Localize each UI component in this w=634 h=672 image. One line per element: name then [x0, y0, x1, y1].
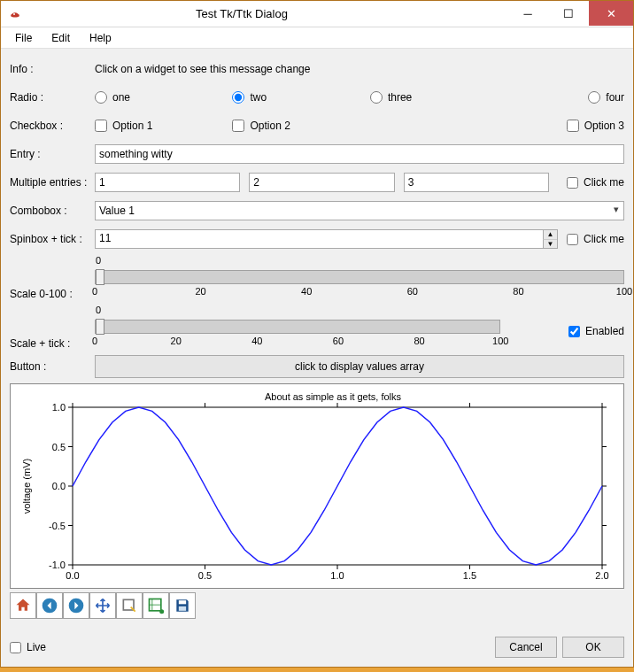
button-label: Button :	[10, 360, 95, 373]
radio-two[interactable]	[232, 91, 244, 104]
menubar: File Edit Help	[1, 27, 633, 49]
scale2-tick-checkbox[interactable]	[568, 326, 580, 337]
titlebar: Test Tk/Ttk Dialog ─ ☐ ✕	[1, 1, 633, 27]
scale2-ticks: 020406080100	[95, 336, 500, 350]
checkbox-row: Checkbox : Option 1 Option 2 Option 3	[10, 114, 624, 137]
scale1-thumb[interactable]	[96, 269, 104, 285]
scale1-slider[interactable]: 0	[95, 270, 624, 284]
radio-two-label: two	[250, 91, 267, 104]
window-title: Test Tk/Ttk Dialog	[0, 7, 507, 20]
svg-text:2.0: 2.0	[595, 570, 608, 581]
scale-tick: 100	[492, 336, 508, 346]
checkbox-group: Option 1 Option 2 Option 3	[95, 120, 624, 132]
spin-up-icon[interactable]: ▲	[543, 230, 557, 240]
multi-entry-1[interactable]	[95, 173, 240, 192]
checkbox-label: Checkbox :	[10, 120, 95, 132]
home-button[interactable]	[10, 592, 36, 619]
scale-tick: 20	[171, 336, 182, 346]
svg-text:-0.5: -0.5	[49, 521, 66, 531]
content-area: Info : Click on a widget to see this mes…	[1, 49, 633, 628]
multi-entry-2[interactable]	[249, 173, 394, 192]
entry-input[interactable]	[95, 144, 624, 164]
svg-text:1.0: 1.0	[330, 570, 344, 581]
info-label: Info :	[10, 63, 95, 75]
radio-label: Radio :	[10, 91, 95, 104]
scale2-thumb[interactable]	[96, 319, 104, 335]
configure-button[interactable]	[143, 592, 169, 619]
scale1-value: 0	[96, 255, 101, 266]
radio-three-label: three	[388, 91, 412, 104]
scale-tick: 20	[195, 286, 205, 297]
menu-file[interactable]: File	[6, 29, 41, 47]
radio-three[interactable]	[370, 91, 383, 104]
save-button[interactable]	[169, 592, 196, 619]
multi-tick-checkbox[interactable]	[567, 177, 578, 189]
scale1-ticks: 020406080100	[95, 286, 624, 300]
svg-text:-1.0: -1.0	[49, 560, 66, 570]
spin-label: Spinbox + tick :	[10, 233, 95, 245]
chart-panel: About as simple as it gets, folks-1.0-0.…	[10, 383, 624, 589]
scale-tick: 0	[92, 336, 97, 346]
check-option2[interactable]	[232, 120, 244, 132]
radio-four[interactable]	[588, 91, 600, 104]
scale2-row: Scale + tick : 0 020406080100 Enabled	[10, 305, 624, 350]
menu-edit[interactable]: Edit	[43, 29, 79, 47]
scale-tick: 100	[616, 286, 632, 297]
radio-row: Radio : one two three four	[10, 86, 624, 109]
scale-tick: 0	[92, 286, 97, 297]
combobox[interactable]: Value 1	[95, 201, 624, 220]
cancel-button[interactable]: Cancel	[495, 637, 557, 658]
scale-tick: 80	[513, 286, 523, 297]
check-option2-label: Option 2	[250, 120, 290, 132]
svg-text:voltage (mV): voltage (mV)	[21, 459, 32, 514]
maximize-button[interactable]: ☐	[548, 1, 589, 26]
ok-button[interactable]: OK	[562, 637, 624, 658]
scale-tick: 80	[414, 336, 425, 346]
check-option3[interactable]	[567, 120, 579, 132]
spin-tick-checkbox[interactable]	[567, 234, 578, 245]
svg-text:1.0: 1.0	[52, 402, 66, 413]
close-button[interactable]: ✕	[589, 1, 633, 26]
scale2-value: 0	[96, 305, 101, 315]
scale2-slider[interactable]: 0	[95, 320, 500, 334]
back-button[interactable]	[36, 592, 63, 619]
window: Test Tk/Ttk Dialog ─ ☐ ✕ File Edit Help …	[0, 0, 634, 668]
entry-label: Entry :	[10, 148, 95, 160]
live-label: Live	[27, 641, 46, 653]
live-checkbox[interactable]	[10, 642, 21, 653]
radio-one-label: one	[112, 91, 130, 104]
scale2-label: Scale + tick :	[10, 337, 95, 350]
button-row: Button : click to display values array	[10, 355, 624, 378]
zoom-icon	[120, 597, 138, 614]
svg-rect-40	[179, 606, 186, 611]
spinbox-value: 11	[99, 232, 111, 244]
save-icon	[174, 597, 191, 614]
svg-text:0.5: 0.5	[198, 570, 212, 581]
display-values-button[interactable]: click to display values array	[95, 355, 624, 378]
info-text: Click on a widget to see this message ch…	[95, 63, 310, 75]
spin-row: Spinbox + tick : 11 ▲ ▼ Click me	[10, 228, 624, 251]
scale-tick: 60	[333, 336, 344, 346]
multi-entry-3[interactable]	[404, 173, 549, 192]
minimize-button[interactable]: ─	[507, 1, 548, 26]
entry-row: Entry :	[10, 143, 624, 166]
radio-one[interactable]	[95, 91, 107, 104]
forward-button[interactable]	[63, 592, 89, 619]
zoom-button[interactable]	[116, 592, 143, 619]
chart-svg: About as simple as it gets, folks-1.0-0.…	[14, 388, 616, 584]
multi-row: Multiple entries : Click me	[10, 171, 624, 194]
scale-tick: 60	[407, 286, 418, 297]
arrow-left-icon	[41, 597, 58, 614]
plot-toolbar	[10, 592, 624, 619]
spin-down-icon[interactable]: ▼	[543, 240, 557, 249]
combo-label: Combobox :	[10, 205, 95, 217]
arrow-right-icon	[67, 597, 85, 614]
menu-help[interactable]: Help	[81, 29, 120, 47]
pan-button[interactable]	[89, 592, 116, 619]
scale-tick: 40	[301, 286, 312, 297]
move-icon	[94, 597, 112, 614]
svg-text:About as simple as it gets, fo: About as simple as it gets, folks	[265, 391, 402, 402]
check-option1[interactable]	[95, 120, 107, 132]
svg-text:0.0: 0.0	[52, 481, 66, 491]
spinbox[interactable]: 11 ▲ ▼	[95, 229, 558, 249]
